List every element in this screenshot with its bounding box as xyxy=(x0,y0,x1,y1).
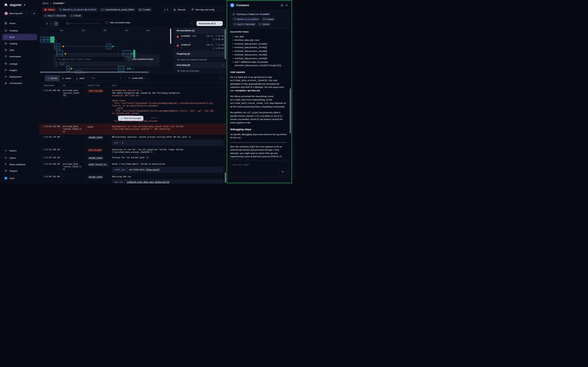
root-tag: ROOT xyxy=(192,35,197,37)
zoom-slider-handle[interactable] xyxy=(66,22,68,25)
log-row-2[interactable]: 7:31:03.170 AM-ENGINE_EVENTMultiprocess … xyxy=(39,134,226,147)
log-sort-button[interactable] xyxy=(219,75,224,81)
metadata-link[interactable]: [View Asset] xyxy=(146,168,160,171)
event-type-badge: ENGINE_EVENT xyxy=(87,156,104,160)
log-row-3[interactable]: 7:31:03.266 AM-RUN_FAILUREExecution of r… xyxy=(39,147,226,155)
view-tags-config-button[interactable]: View tags and config xyxy=(189,7,217,12)
log-filter-input[interactable]: Filter... xyxy=(89,75,124,81)
compass-paragraph: the run failed due to an api timeout in … xyxy=(230,75,287,92)
connections-icon xyxy=(4,82,7,85)
step-search-input[interactable]: Search and filter steps xyxy=(56,57,125,62)
gantt-marker-blue[interactable] xyxy=(127,68,129,69)
notifications-button[interactable]: 0 xyxy=(162,7,170,12)
reexecution-item-22484a76[interactable]: 22484a76Feb 27, 7:31 AM*0:00:09 xyxy=(174,42,226,51)
sidebar-item-catalog[interactable]: Catalog xyxy=(0,40,39,47)
info-line: Execution of run for "run_etl_pipeline" … xyxy=(112,148,224,151)
close-icon[interactable] xyxy=(285,4,288,7)
reexecute-dropdown-arrow[interactable] xyxy=(218,21,223,26)
run-duration-value: 0:00:48 xyxy=(74,15,81,17)
reexecution-row2: *0:00:09 xyxy=(181,47,224,50)
sidebar-item-lineage[interactable]: Lineage xyxy=(0,60,39,67)
view-timed-button[interactable] xyxy=(54,21,58,26)
breadcrumb-runs-link[interactable]: Runs xyxy=(43,2,49,5)
run-tag-1: Launched by run_assets_30min xyxy=(99,8,136,12)
gantt-step-bar[interactable] xyxy=(54,43,60,49)
gantt-step-bar[interactable] xyxy=(40,37,44,42)
gantt-zoom-slider[interactable] xyxy=(67,23,100,24)
gantt-step-bar[interactable] xyxy=(67,66,70,71)
sidebar-item-timeline[interactable]: Timeline xyxy=(0,27,39,34)
log-event-type: ENGINE_EVENT xyxy=(86,134,110,147)
gantt-marker-green[interactable] xyxy=(129,68,131,69)
metadata-link[interactable]: 22484a76-dcd2-487b-aeb3-db3bece6cf2d xyxy=(127,181,169,184)
gantt-step-bar[interactable] xyxy=(106,43,111,49)
gantt-marker-green[interactable] xyxy=(112,46,114,47)
log-op: - xyxy=(61,147,86,155)
error-circle-icon xyxy=(44,8,47,11)
view-full-message-button[interactable]: View full message xyxy=(118,116,144,121)
compass-chat-input[interactable]: How can I help? xyxy=(230,161,289,177)
tab-stderr[interactable]: stderr xyxy=(74,75,87,81)
reexecute-all-label[interactable]: Re-execute all (*) xyxy=(196,21,218,26)
reexecution-item-41a9a0b7[interactable]: 41a9a0b7ROOTFeb 27, 7:30 AM*0:00:48 xyxy=(174,33,226,42)
open-external-icon[interactable] xyxy=(281,4,283,7)
sidebar-item-jobs[interactable]: Jobs xyxy=(0,47,39,53)
sidebar-item-runs[interactable]: Runs xyxy=(2,34,37,40)
send-button[interactable] xyxy=(279,168,287,175)
view-waterfall-button[interactable] xyxy=(45,21,50,26)
gantt-marker-orange[interactable] xyxy=(71,68,72,69)
log-row-1[interactable]: 7:31:02.433 AMenriched_data└concat_chunk… xyxy=(39,124,226,134)
metadata-table: asset_keyenriched_data [View Asset] xyxy=(112,167,223,173)
sidebar-item-connections[interactable]: Connections xyxy=(0,80,39,86)
log-scrollbar[interactable] xyxy=(225,172,226,183)
sidebar-item-insights[interactable]: Insights xyxy=(0,67,39,74)
tab-events[interactable]: Events xyxy=(45,75,60,81)
clock-icon xyxy=(101,8,104,11)
sidebar-item-support[interactable]: Support xyxy=(0,168,39,174)
catalog-icon xyxy=(4,42,7,45)
gantt-step-bar[interactable] xyxy=(48,37,50,42)
tag-icon xyxy=(191,8,194,11)
gantt-step-bar-success[interactable] xyxy=(50,36,54,43)
preparing-section-header[interactable]: Preparing (0) xyxy=(174,51,226,57)
hide-unselected-label: Hide unselected steps xyxy=(132,58,153,60)
sidebar-collapse-button[interactable] xyxy=(31,10,36,16)
expand-sections-button[interactable] xyxy=(189,21,194,26)
hide-not-started-checkbox[interactable]: Hide not started steps xyxy=(105,21,130,24)
tab-stdout[interactable]: stdout xyxy=(60,75,74,81)
step-search-placeholder: Search and filter steps xyxy=(62,58,91,60)
log-event-type: RUN_FAILURE xyxy=(86,147,110,155)
levels-filter-dropdown[interactable]: Levels (5/6) xyxy=(126,75,148,81)
log-row-6[interactable]: 7:31:04.343 AM-ENGINE_EVENTRetrying the … xyxy=(39,174,226,184)
gantt-step-bar[interactable] xyxy=(118,66,125,71)
sidebar-item-share-feedback[interactable]: Share feedback xyxy=(0,161,39,168)
compass-bullet-item: enriched_data.process_chunk[1] xyxy=(233,42,287,46)
gantt-horizontal-scrollbar[interactable] xyxy=(40,72,149,73)
more-actions-button[interactable] xyxy=(218,7,224,12)
reexecute-all-button[interactable]: Re-execute all (*) xyxy=(196,21,223,26)
reexecutions-section-header[interactable]: Re-executions (1) xyxy=(174,28,226,33)
workspace-selector[interactable]: D data-eng-prod xyxy=(3,10,30,16)
axis-tick: 40s xyxy=(125,29,128,32)
sidebar-item-automation[interactable]: Automation xyxy=(0,53,39,60)
view-job-button[interactable]: View job xyxy=(171,7,187,12)
gantt-step-bar[interactable] xyxy=(45,37,47,42)
executing-section-header[interactable]: Executing (0) xyxy=(174,62,226,68)
sidebar-item-admin[interactable]: Admin xyxy=(0,155,39,161)
sidebar-item-search[interactable]: Search xyxy=(0,147,39,154)
panel-scrollbar[interactable] xyxy=(225,29,226,59)
log-timestamp: 7:31:03.266 AM xyxy=(39,147,61,155)
gantt-canvas[interactable] xyxy=(39,34,172,74)
compass-scrollbar[interactable] xyxy=(290,88,291,133)
user-menu[interactable]: KKyle xyxy=(0,175,39,181)
gantt-marker-orange[interactable] xyxy=(62,46,64,47)
log-row-4[interactable]: 7:31:03.318 AM-ENGINE_EVENTProcess for r… xyxy=(39,155,226,161)
sidebar-item-deployment[interactable]: Deployment xyxy=(0,74,39,80)
sidebar-item-home[interactable]: Home xyxy=(0,20,39,26)
view-flat-button[interactable] xyxy=(50,21,54,26)
run-summary-card[interactable]: Summary of failed run 41a9a0b7 Run of ru… xyxy=(230,11,289,28)
clear-filter-icon[interactable] xyxy=(119,77,122,80)
gantt-vertical-scrollbar[interactable] xyxy=(170,29,171,44)
hide-unselected-checkbox[interactable]: Hide unselected steps xyxy=(128,58,153,60)
log-row-5[interactable]: 7:31:03.629 AMenriched_data└concat_chunk… xyxy=(39,161,226,174)
